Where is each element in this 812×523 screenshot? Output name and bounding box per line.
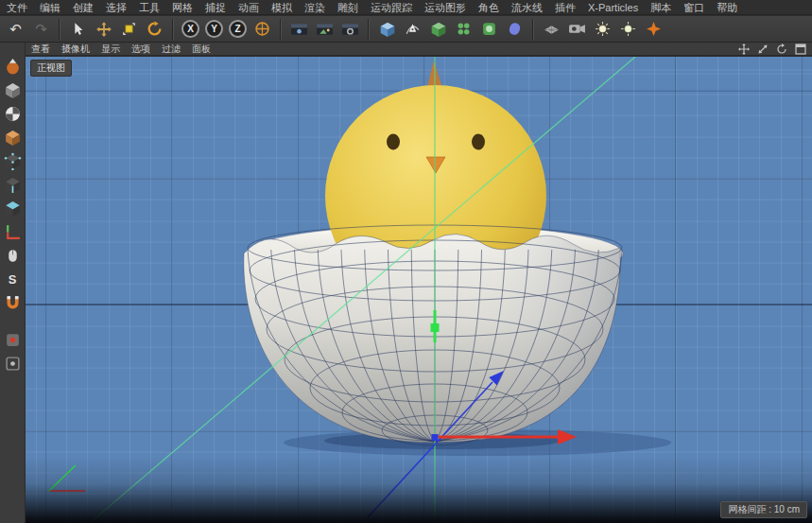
- menubar-item[interactable]: 窗口: [683, 0, 704, 15]
- x-axis-toggle-icon[interactable]: X: [181, 20, 199, 38]
- volume-icon[interactable]: [477, 18, 501, 41]
- scale-tool-icon[interactable]: [117, 18, 141, 41]
- viewport-canvas[interactable]: 正视图 网格间距 : 10 cm: [26, 57, 812, 523]
- keyframe-2-icon[interactable]: [3, 354, 23, 374]
- viewport-menu-item[interactable]: 查看: [31, 43, 50, 56]
- axis-mode-icon[interactable]: [3, 222, 23, 242]
- rotate-tool-icon[interactable]: [143, 18, 166, 41]
- viewport-menu-item[interactable]: 选项: [131, 43, 150, 56]
- make-editable-icon[interactable]: [3, 57, 23, 77]
- menubar-item[interactable]: 工具: [139, 0, 160, 15]
- view-name-label[interactable]: 正视图: [30, 60, 72, 77]
- origin-axis-indicator: [49, 465, 85, 491]
- menubar-item[interactable]: 帮助: [717, 0, 737, 15]
- menubar-item[interactable]: 捕捉: [205, 0, 226, 15]
- subdivision-surface-icon[interactable]: [426, 18, 450, 41]
- menubar-item[interactable]: 动画: [238, 0, 259, 15]
- redo-icon[interactable]: ↷: [29, 18, 53, 41]
- move-tool-icon[interactable]: [92, 18, 115, 41]
- coordinate-system-icon[interactable]: [251, 18, 274, 41]
- pan-view-icon[interactable]: [738, 44, 750, 55]
- eggshell-model[interactable]: [244, 234, 620, 443]
- viewport-nav: [738, 44, 806, 55]
- polygons-mode-icon[interactable]: [3, 199, 23, 218]
- selection-tool-icon[interactable]: [66, 18, 90, 41]
- keyframe-icon[interactable]: [3, 330, 23, 350]
- viewport-menu-item[interactable]: 面板: [192, 43, 211, 56]
- menubar-items: 文件编辑创建选择工具网格捕捉动画模拟渲染雕刻运动跟踪运动图形角色流水线插件X-P…: [7, 0, 737, 15]
- left-toolbar: S: [0, 43, 26, 523]
- menubar-item[interactable]: 运动图形: [424, 0, 466, 15]
- toolbar-separator: [280, 19, 282, 40]
- toolbar-separator: [368, 19, 370, 40]
- undo-icon[interactable]: ↶: [4, 18, 27, 41]
- snap-icon[interactable]: S: [3, 270, 23, 289]
- menubar-item[interactable]: 脚本: [650, 0, 671, 15]
- model-mode-icon[interactable]: [3, 80, 23, 100]
- solo-mode-icon[interactable]: [3, 246, 23, 266]
- menubar-item[interactable]: 创建: [73, 0, 94, 15]
- chick-eye-right: [472, 134, 485, 150]
- menubar-item[interactable]: 雕刻: [337, 0, 358, 15]
- magnet-icon[interactable]: [3, 293, 23, 313]
- menubar-item[interactable]: X-Particles: [588, 0, 638, 15]
- render-view-icon[interactable]: [287, 18, 311, 41]
- z-axis-handle-knob: [432, 434, 439, 441]
- points-mode-icon[interactable]: [3, 151, 23, 171]
- render-settings-icon[interactable]: [338, 18, 362, 41]
- menubar-item[interactable]: 选择: [106, 0, 127, 15]
- zoom-view-icon[interactable]: [757, 44, 769, 55]
- viewport-menu-item[interactable]: 过滤: [162, 43, 181, 56]
- main-toolbar: ↶ ↷ X Y Z: [0, 16, 812, 43]
- menubar-item[interactable]: 文件: [7, 0, 27, 15]
- light-icon[interactable]: [591, 18, 614, 41]
- toolbar-separator: [532, 19, 534, 40]
- viewport-menu-item[interactable]: 显示: [101, 43, 120, 56]
- toolbar-separator: [59, 19, 60, 40]
- workplane-mode-icon[interactable]: [3, 128, 23, 148]
- menubar: 文件编辑创建选择工具网格捕捉动画模拟渲染雕刻运动跟踪运动图形角色流水线插件X-P…: [0, 0, 812, 15]
- menubar-item[interactable]: 角色: [478, 0, 499, 15]
- menubar-item[interactable]: 网格: [172, 0, 193, 15]
- menubar-item[interactable]: 渲染: [304, 0, 325, 15]
- toolbar-separator: [172, 19, 174, 40]
- grid-spacing-label: 网格间距 : 10 cm: [720, 501, 807, 518]
- primitive-cube-icon[interactable]: [375, 18, 399, 41]
- toggle-view-icon[interactable]: [795, 44, 806, 55]
- menubar-item[interactable]: 运动跟踪: [371, 0, 412, 15]
- viewport-menu-items: 查看摄像机显示选项过滤面板: [31, 43, 211, 56]
- render-to-picture-icon[interactable]: [313, 18, 337, 41]
- y-axis-handle-knob: [431, 323, 440, 332]
- floor-icon[interactable]: [540, 18, 563, 41]
- y-axis-toggle-icon[interactable]: Y: [205, 20, 223, 38]
- edges-mode-icon[interactable]: [3, 175, 23, 195]
- scene-3d[interactable]: [26, 57, 812, 523]
- generator-icon[interactable]: [452, 18, 475, 41]
- deformer-icon[interactable]: [503, 18, 527, 41]
- chick-eye-left: [387, 134, 400, 150]
- menubar-item[interactable]: 流水线: [511, 0, 543, 15]
- viewport-menubar: 查看摄像机显示选项过滤面板: [26, 43, 812, 56]
- texture-mode-icon[interactable]: [3, 104, 23, 124]
- light-2-icon[interactable]: [616, 18, 640, 41]
- menubar-item[interactable]: 模拟: [271, 0, 292, 15]
- z-axis-toggle-icon[interactable]: Z: [229, 20, 247, 38]
- viewport-menu-item[interactable]: 摄像机: [61, 43, 90, 56]
- material-star-icon[interactable]: [642, 18, 665, 41]
- menubar-item[interactable]: 插件: [555, 0, 576, 15]
- camera-icon[interactable]: [565, 18, 589, 41]
- menubar-item[interactable]: 编辑: [40, 0, 60, 15]
- spline-pen-icon[interactable]: [401, 18, 424, 41]
- rotate-view-icon[interactable]: [776, 44, 787, 55]
